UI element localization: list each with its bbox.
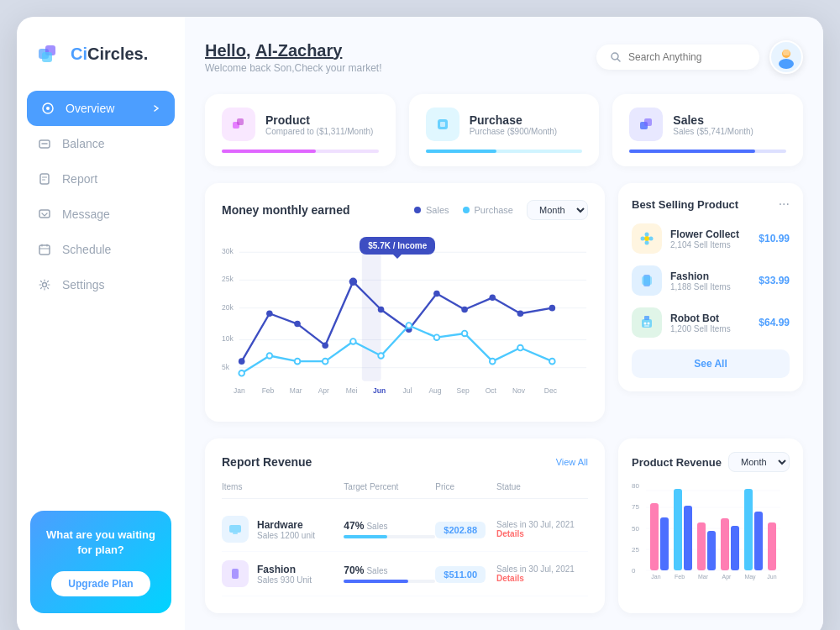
hardware-name: Hardware [257,519,315,531]
product-item-flower: Flower Collect 2,104 Sell Items $10.99 [632,223,790,254]
sidebar-item-report-label: Report [62,172,97,186]
svg-rect-94 [731,526,739,570]
product-label: Product [265,113,373,127]
svg-rect-2 [42,52,52,62]
svg-point-36 [378,307,385,313]
revenue-title: Product Revenue [632,456,722,469]
hardware-product-icon [228,522,243,537]
svg-point-34 [322,342,328,349]
svg-point-35 [349,278,357,286]
svg-point-33 [294,321,301,328]
sidebar-item-report[interactable]: Report [17,161,185,197]
sales-label: Sales [673,113,753,127]
sales-stat-icon [629,108,663,141]
month-selector[interactable]: Month [527,200,588,220]
svg-point-67 [644,236,649,241]
svg-rect-75 [644,316,649,320]
bar-chart: 80 75 50 25 0 [632,482,790,583]
svg-rect-96 [754,512,763,570]
dashboard: CiCircles. Overview Balance [17,17,823,630]
search-input[interactable] [628,51,746,63]
product-icon [229,115,248,134]
col-target: Target Percent [344,482,435,491]
avatar [769,40,803,74]
fashion-report-sub: Sales 930 Unit [257,575,312,585]
settings-icon [37,277,52,292]
svg-text:Dec: Dec [544,386,558,395]
report-title: Report Revenue [222,455,312,469]
robot-product-icon [638,314,655,331]
robot-name: Robot Bot [670,312,731,324]
svg-point-42 [549,305,556,312]
upgrade-button[interactable]: Upgrade Plan [51,571,150,596]
best-selling-title: Best Selling Product [632,198,738,211]
svg-point-50 [434,334,440,340]
hardware-item-info: Hardware Sales 1200 unit [222,516,344,543]
legend-purchase: Purchase [463,205,513,215]
line-chart-section: Money monthly earned Sales Purchase Mont… [205,183,605,422]
sidebar-item-overview[interactable]: Overview [27,91,175,126]
svg-rect-95 [744,489,753,570]
user-avatar [774,45,798,69]
sidebar-item-balance[interactable]: Balance [17,126,185,161]
stat-card-product: Product Compared to ($1,311/Month) [205,94,396,166]
svg-text:Feb: Feb [675,574,685,580]
svg-text:May: May [744,574,756,580]
svg-text:Aug: Aug [428,386,441,395]
main-content: Hello, Al-Zachary Welcome back Son,Check… [185,17,823,630]
legend-sales: Sales [414,205,449,215]
svg-text:Mar: Mar [698,574,709,580]
more-options-icon[interactable]: ··· [779,197,790,212]
right-panel: Best Selling Product ··· [618,183,803,422]
sidebar-item-settings[interactable]: Settings [17,267,185,302]
svg-text:Feb: Feb [262,386,275,395]
flower-price: $10.99 [759,233,790,244]
sidebar-item-schedule[interactable]: Schedule [17,232,185,267]
svg-rect-87 [650,503,659,570]
fashion-report-product-icon [228,566,243,581]
revenue-chart-section: Product Revenue Month 80 75 50 25 0 [618,438,803,613]
search-box[interactable] [596,45,759,70]
svg-text:Jan: Jan [234,386,245,395]
robot-info: Robot Bot 1,200 Sell Items [670,312,731,333]
svg-point-70 [641,237,645,241]
svg-point-52 [490,359,496,365]
svg-rect-15 [237,118,244,125]
flower-name: Flower Collect [670,228,739,240]
chart-legend: Sales Purchase Month [414,200,588,220]
bottom-row: Report Revenue View All Items Target Per… [205,438,803,613]
legend-sales-dot [414,207,421,213]
nav-arrow-icon [151,103,161,113]
sidebar-item-message[interactable]: Message [17,197,185,232]
fashion-report-name: Fashion [257,564,312,575]
svg-point-12 [779,59,794,69]
fashion-item-info: Fashion Sales 930 Unit [222,560,344,587]
svg-rect-17 [440,122,445,127]
search-icon [610,51,622,63]
flower-info: Flower Collect 2,104 Sell Items [670,228,739,249]
svg-point-38 [433,291,440,297]
sidebar-item-message-label: Message [62,207,110,221]
page-header: Hello, Al-Zachary Welcome back Son,Check… [205,40,803,74]
svg-text:5k: 5k [222,363,230,371]
hardware-status: Sales in 30 Jul, 2021 Details [496,520,588,538]
view-all-link[interactable]: View All [556,457,588,467]
report-row-hardware: Hardware Sales 1200 unit 47% Sales $202.… [222,507,588,552]
svg-text:Nov: Nov [512,386,526,395]
greeting: Hello, Al-Zachary Welcome back Son,Check… [205,41,382,74]
see-all-button[interactable]: See All [632,349,790,378]
sidebar-item-overview-label: Overview [66,102,114,115]
svg-point-31 [239,358,245,365]
svg-rect-97 [768,522,776,570]
purchase-sub: Purchase ($900/Month) [470,127,558,136]
svg-point-4 [46,107,50,110]
svg-point-53 [517,345,523,351]
product-stat-icon [222,108,255,141]
fashion-icon-wrap [632,265,662,296]
fashion-price: $511.00 [435,566,496,581]
hardware-price: $202.88 [435,522,496,537]
overview-icon [40,101,55,116]
sales-bar [629,150,786,153]
revenue-month-selector[interactable]: Month [728,452,790,472]
sidebar: CiCircles. Overview Balance [17,17,185,630]
